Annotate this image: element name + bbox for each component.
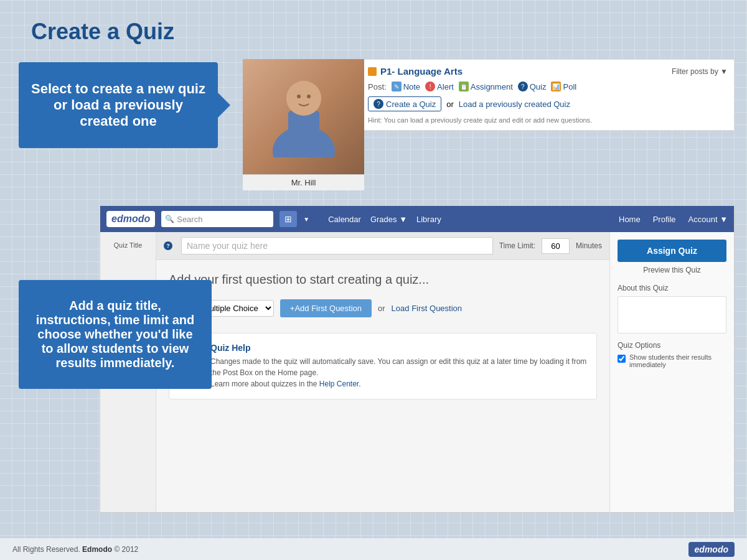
poll-label: Poll <box>563 82 576 91</box>
filter-posts[interactable]: Filter posts by ▼ <box>672 67 728 76</box>
add-first-question-button[interactable]: +Add First Question <box>280 299 372 317</box>
svg-point-4 <box>297 95 301 98</box>
minutes-label: Minutes <box>576 241 602 250</box>
help-center-link[interactable]: Help Center. <box>319 380 361 388</box>
create-quiz-icon: ? <box>374 99 383 109</box>
edmodo-logo: edmodo <box>106 211 155 227</box>
alert-icon: ! <box>425 82 435 91</box>
footer: All Rights Reserved. Edmodo © 2012 edmod… <box>0 538 747 560</box>
dropdown-arrow: ▼ <box>303 216 309 223</box>
assignment-button[interactable]: 📋 Assignment <box>459 82 513 91</box>
navbar: edmodo 🔍 Search ⊞ ▼ Calendar Grades ▼ Li… <box>100 206 734 232</box>
svg-point-3 <box>286 81 321 116</box>
assign-quiz-button[interactable]: Assign Quiz <box>618 240 726 262</box>
quiz-icon: ? <box>518 82 528 91</box>
quiz-help-box: ? Quiz Help Changes made to the quiz wil… <box>169 333 597 399</box>
search-icon: 🔍 <box>165 215 174 223</box>
hint-text: Hint: You can load a previously create q… <box>368 116 728 124</box>
profile-area: Mr. Hill <box>243 59 364 193</box>
class-name: P1- Language Arts <box>368 66 463 77</box>
create-quiz-label: Create a Quiz <box>386 100 436 109</box>
quiz-help-text: Changes made to the quiz will automatica… <box>210 356 587 378</box>
nav-grades[interactable]: Grades ▼ <box>370 215 407 224</box>
or-text: or <box>446 100 454 109</box>
poll-icon: 📊 <box>551 82 561 91</box>
post-row: Post: ✎ Note ! Alert 📋 Assignment ? Quiz… <box>368 82 728 91</box>
class-name-text: P1- Language Arts <box>380 66 463 77</box>
show-results-label: Show students their results immediately <box>629 353 726 368</box>
panel-header: P1- Language Arts Filter posts by ▼ <box>368 66 728 77</box>
footer-brand: Edmodo <box>82 545 112 554</box>
nav-items: Calendar Grades ▼ Library <box>328 215 613 224</box>
load-quiz-link[interactable]: Load a previously created Quiz <box>459 100 570 109</box>
note-button[interactable]: ✎ Note <box>392 82 420 91</box>
callout-top: Select to create a new quiz or load a pr… <box>19 62 218 148</box>
alert-label: Alert <box>437 82 454 91</box>
profile-image <box>243 59 364 174</box>
or-text-2: or <box>378 304 385 313</box>
quiz-right-panel: Assign Quiz Preview this Quiz About this… <box>609 232 734 512</box>
profile-name: Mr. Hill <box>243 174 364 190</box>
nav-home[interactable]: Home <box>619 215 641 224</box>
add-question-header: Add your first question to start creatin… <box>169 273 597 287</box>
footer-logo: edmodo <box>688 542 735 557</box>
search-input[interactable]: Search <box>177 215 202 224</box>
grid-icon[interactable]: ⊞ <box>280 211 297 227</box>
quiz-main: ? Name your quiz here Time Limit: 60 Min… <box>156 232 609 512</box>
svg-point-5 <box>307 95 311 98</box>
quiz-help-title: Quiz Help <box>210 343 587 353</box>
poll-button[interactable]: 📊 Poll <box>551 82 576 91</box>
note-icon: ✎ <box>392 82 402 91</box>
nav-profile[interactable]: Profile <box>653 215 676 224</box>
callout-top-text: Select to create a new quiz or load a pr… <box>31 81 205 129</box>
post-label: Post: <box>368 82 387 91</box>
time-input[interactable]: 60 <box>542 238 570 254</box>
callout-bottom-text: Add a quiz title, instructions, time lim… <box>36 299 194 370</box>
about-quiz-box[interactable] <box>618 296 726 334</box>
create-quiz-button[interactable]: ? Create a Quiz <box>368 96 441 111</box>
time-limit-label: Time Limit: <box>499 241 535 250</box>
quiz-title-row: ? Name your quiz here Time Limit: 60 Min… <box>156 232 609 260</box>
assignment-label: Assignment <box>471 82 513 91</box>
assignment-icon: 📋 <box>459 82 469 91</box>
title-help-icon: ? <box>164 241 172 250</box>
about-quiz-title: About this Quiz <box>618 284 726 292</box>
quiz-help-text-2: Learn more about quizzes in the Help Cen… <box>210 378 587 390</box>
question-type-row: Type: Multiple Choice +Add First Questio… <box>169 299 597 317</box>
show-results-checkbox[interactable] <box>618 355 626 363</box>
nav-calendar[interactable]: Calendar <box>328 215 361 224</box>
top-panel: P1- Language Arts Filter posts by ▼ Post… <box>361 59 735 131</box>
load-first-question-link[interactable]: Load First Question <box>392 304 462 313</box>
nav-right: Home Profile Account ▼ <box>619 215 728 224</box>
quiz-option-row: Show students their results immediately <box>618 353 726 368</box>
nav-account[interactable]: Account ▼ <box>688 215 728 224</box>
note-label: Note <box>403 82 420 91</box>
quiz-title-label: Quiz Title <box>114 241 143 249</box>
preview-quiz-link[interactable]: Preview this Quiz <box>618 266 726 274</box>
quiz-options-title: Quiz Options <box>618 341 726 350</box>
search-box[interactable]: 🔍 Search <box>161 211 273 227</box>
quiz-title-input[interactable]: Name your quiz here <box>181 237 493 254</box>
footer-copyright: All Rights Reserved. Edmodo © 2012 <box>12 545 138 554</box>
quiz-label: Quiz <box>530 82 547 91</box>
help-content: Quiz Help Changes made to the quiz will … <box>210 343 587 390</box>
create-quiz-row: ? Create a Quiz or Load a previously cre… <box>368 96 728 111</box>
callout-bottom: Add a quiz title, instructions, time lim… <box>19 280 212 389</box>
alert-button[interactable]: ! Alert <box>425 82 454 91</box>
nav-library[interactable]: Library <box>416 215 441 224</box>
quiz-content: Add your first question to start creatin… <box>156 260 609 412</box>
quiz-button[interactable]: ? Quiz <box>518 82 547 91</box>
page-title: Create a Quiz <box>31 19 174 45</box>
class-icon <box>368 67 377 76</box>
